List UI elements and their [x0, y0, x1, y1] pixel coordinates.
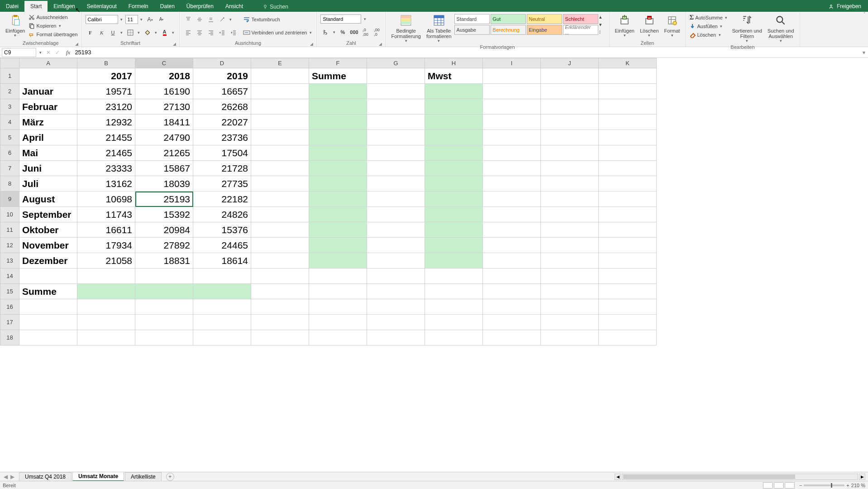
cell[interactable]	[599, 192, 657, 207]
number-format-dd[interactable]: ▾	[362, 17, 367, 21]
autosum-button[interactable]: ΣAutoSumme▾	[688, 13, 729, 22]
cell[interactable]	[541, 253, 599, 268]
cell[interactable]: 18039	[135, 176, 193, 192]
cell[interactable]	[599, 130, 657, 145]
cell[interactable]	[367, 253, 425, 268]
cell[interactable]	[19, 315, 77, 330]
format-painter-button[interactable]: Format übertragen	[28, 31, 78, 38]
row-header[interactable]: 9	[0, 192, 19, 207]
row-header[interactable]: 11	[0, 222, 19, 238]
cell[interactable]: März	[19, 115, 77, 130]
tab-daten[interactable]: Daten	[154, 1, 181, 12]
cell[interactable]	[541, 284, 599, 299]
cell[interactable]	[483, 99, 541, 115]
format-cells-button[interactable]: Format▾	[662, 13, 683, 39]
number-format-combo[interactable]	[320, 14, 361, 24]
format-as-table-button[interactable]: Als Tabelle formatieren▾	[424, 13, 454, 44]
hscroll-thumb[interactable]	[623, 475, 795, 479]
cell[interactable]	[77, 315, 135, 330]
cell[interactable]	[309, 330, 367, 345]
cell[interactable]: 25193	[135, 192, 193, 207]
cell[interactable]	[425, 192, 483, 207]
paste-button[interactable]: Einfügen▾	[3, 13, 28, 39]
cell[interactable]	[77, 330, 135, 345]
cell[interactable]	[251, 268, 309, 284]
cell[interactable]	[425, 176, 483, 192]
fx-icon[interactable]: fx	[63, 49, 73, 56]
style-ausgabe[interactable]: Ausgabe	[454, 25, 490, 35]
tab-datei[interactable]: Datei	[0, 1, 24, 12]
cell[interactable]	[483, 299, 541, 315]
cell[interactable]: 16190	[135, 84, 193, 99]
horizontal-scrollbar[interactable]: ◀ ▶	[615, 474, 868, 480]
cell[interactable]	[599, 145, 657, 161]
cell[interactable]: Januar	[19, 84, 77, 99]
cell[interactable]: November	[19, 238, 77, 253]
cell[interactable]: 27735	[193, 176, 251, 192]
cell[interactable]	[251, 99, 309, 115]
cell[interactable]: August	[19, 192, 77, 207]
cell[interactable]	[425, 268, 483, 284]
share-button[interactable]: Freigeben	[821, 1, 868, 12]
cell[interactable]	[483, 68, 541, 84]
style-schlecht[interactable]: Schlecht	[563, 14, 598, 24]
cell[interactable]: 2018	[135, 68, 193, 84]
sheet-tab-3[interactable]: Artikelliste	[125, 472, 162, 481]
cell[interactable]: 2019	[193, 68, 251, 84]
row-header[interactable]: 12	[0, 238, 19, 253]
cell[interactable]	[425, 99, 483, 115]
cell[interactable]	[541, 207, 599, 222]
cell[interactable]: 24790	[135, 130, 193, 145]
cell[interactable]	[367, 192, 425, 207]
sheet-tab-2[interactable]: Umsatz Monate	[72, 472, 124, 481]
cell[interactable]	[483, 192, 541, 207]
name-box-dd[interactable]: ▾	[38, 50, 43, 55]
font-dialog-launcher[interactable]: ◢	[173, 42, 176, 46]
cell[interactable]	[483, 315, 541, 330]
cell[interactable]	[541, 176, 599, 192]
cell[interactable]: 24465	[193, 238, 251, 253]
cell[interactable]: Dezember	[19, 253, 77, 268]
find-select-button[interactable]: Suchen und Auswählen▾	[765, 13, 797, 44]
cell[interactable]	[309, 238, 367, 253]
cell[interactable]: 15376	[193, 222, 251, 238]
cell[interactable]: Summe	[309, 68, 367, 84]
cell[interactable]: 18411	[135, 115, 193, 130]
fill-button[interactable]: Ausfüllen▾	[688, 23, 729, 30]
view-page-break-button[interactable]	[785, 482, 795, 489]
cell[interactable]: 23120	[77, 99, 135, 115]
cell[interactable]	[599, 176, 657, 192]
new-sheet-button[interactable]: +	[166, 473, 174, 481]
cell[interactable]: 23333	[77, 161, 135, 176]
sort-filter-button[interactable]: Sortieren und Filtern▾	[730, 13, 765, 44]
cell[interactable]	[425, 161, 483, 176]
font-size-dd[interactable]: ▾	[139, 17, 144, 22]
row-header[interactable]: 10	[0, 207, 19, 222]
cell[interactable]	[309, 222, 367, 238]
cell[interactable]	[541, 330, 599, 345]
col-header-d[interactable]: D	[193, 58, 251, 68]
cell[interactable]: 12932	[77, 115, 135, 130]
cell[interactable]: 17504	[193, 145, 251, 161]
cell[interactable]: 17934	[77, 238, 135, 253]
cell[interactable]	[367, 99, 425, 115]
tab-einfuegen[interactable]: Einfügen	[48, 1, 81, 12]
underline-button[interactable]: U	[108, 28, 118, 38]
zoom-level[interactable]: 210 %	[851, 483, 865, 488]
row-header[interactable]: 7	[0, 161, 19, 176]
cell[interactable]: 22027	[193, 115, 251, 130]
cell[interactable]	[483, 115, 541, 130]
font-size-combo[interactable]	[125, 15, 138, 24]
italic-button[interactable]: K	[97, 28, 107, 38]
cell[interactable]	[599, 99, 657, 115]
cell[interactable]	[309, 99, 367, 115]
cell[interactable]	[541, 238, 599, 253]
bold-button[interactable]: F	[86, 28, 95, 38]
cell[interactable]: April	[19, 130, 77, 145]
cell[interactable]	[367, 315, 425, 330]
cell[interactable]	[483, 222, 541, 238]
cell[interactable]	[309, 315, 367, 330]
tab-start[interactable]: Start	[24, 1, 48, 12]
increase-indent-button[interactable]	[229, 28, 238, 38]
cell[interactable]	[483, 330, 541, 345]
